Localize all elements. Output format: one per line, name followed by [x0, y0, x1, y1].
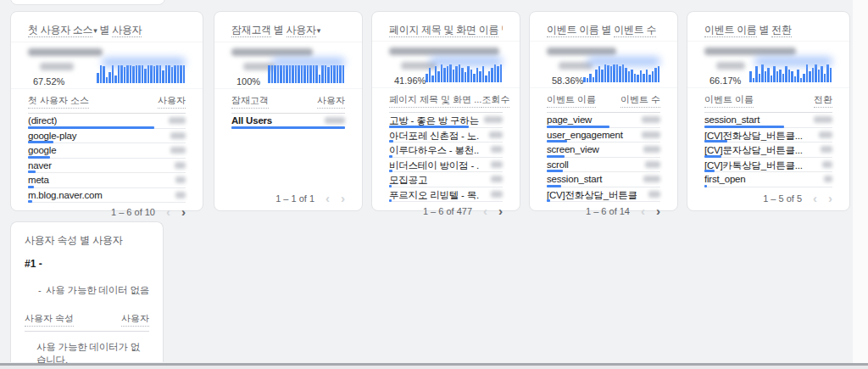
spark-bar	[455, 66, 458, 82]
spark-bar	[112, 65, 114, 83]
spark-bar	[321, 65, 324, 83]
title-metric[interactable]: 이벤트 수	[614, 24, 656, 37]
spark-bar	[435, 66, 437, 82]
spark-bar	[619, 66, 621, 82]
chevron-right-icon[interactable]: ›	[498, 206, 503, 216]
spark-bar	[292, 65, 294, 83]
dropdown-caret-icon[interactable]: ▾	[93, 26, 97, 35]
table-row: session_start	[704, 113, 832, 128]
spark-bar	[652, 71, 654, 82]
table-header: 사용자 속성사용자	[25, 309, 149, 332]
dimension-header[interactable]: 이벤트 이름	[547, 93, 596, 108]
title-dimension[interactable]: 첫 사용자 소스	[28, 24, 92, 37]
spark-bar	[628, 71, 631, 82]
row-label: google-play	[28, 131, 162, 141]
spark-bar	[327, 67, 330, 83]
title-connector: 별	[274, 24, 284, 36]
table-row: [CV]전화상담_버튼클...	[704, 128, 832, 143]
spark-bar	[785, 66, 787, 82]
spark-bar	[138, 65, 141, 83]
row-bar	[547, 199, 550, 202]
title-metric[interactable]: 전환	[771, 24, 791, 37]
dimension-header[interactable]: 이벤트 이름	[704, 93, 754, 108]
metric-header[interactable]: 사용자	[121, 312, 149, 327]
spark-bar	[168, 65, 170, 83]
table-header: 잠재고객사용자	[231, 91, 345, 114]
spark-bar	[613, 64, 615, 82]
metric-header[interactable]: 전환	[814, 93, 832, 108]
table-row: scroll	[547, 158, 660, 173]
table-row: 이루다하우스 - 봉천...	[389, 143, 503, 158]
chevron-left-icon[interactable]: ‹	[641, 206, 645, 216]
spark-bar	[159, 65, 162, 83]
spark-bar	[494, 64, 497, 82]
summary-section: 66.17%	[687, 41, 849, 88]
value-blur	[821, 146, 832, 153]
title-metric[interactable]: 사용자	[287, 24, 316, 37]
metric-header[interactable]: 사용자	[158, 94, 186, 109]
metric-header[interactable]: 조회수	[481, 93, 509, 108]
spark-bar	[103, 66, 105, 83]
metric-header[interactable]: 사용자	[317, 94, 345, 109]
title-metric[interactable]: 사용자	[112, 24, 142, 37]
table-row: meta	[28, 173, 186, 188]
title-dimension[interactable]: 페이지 제목 및 화면 이름	[389, 24, 498, 37]
spark-bar	[307, 65, 309, 83]
spark-bar	[280, 65, 282, 83]
title-dimension[interactable]: 잠재고객	[231, 24, 271, 37]
spark-bar	[782, 74, 785, 83]
number-blur	[716, 62, 745, 70]
spark-bar	[165, 65, 168, 83]
title-dimension[interactable]: 이벤트 이름	[547, 24, 599, 37]
spark-bar	[130, 65, 132, 83]
row-label: user_engagement	[547, 130, 637, 140]
spark-bar	[589, 74, 592, 83]
dimension-header[interactable]: 잠재고객	[231, 94, 269, 109]
sparkline	[749, 64, 832, 82]
dropdown-caret-icon[interactable]: ▾	[317, 26, 320, 35]
card-title: 페이지 제목 및 화면 이름별조회수	[389, 22, 503, 37]
table-rows: session_start[CV]전화상담_버튼클...[CV]문자상담_버튼클…	[704, 113, 832, 187]
chevron-left-icon[interactable]: ‹	[326, 193, 330, 204]
dimension-header[interactable]: 사용자 속성	[25, 312, 74, 327]
spark-bar	[826, 64, 829, 82]
spark-bar	[325, 65, 327, 83]
dimension-blur	[231, 48, 313, 56]
spark-bar	[482, 66, 485, 82]
chevron-left-icon[interactable]: ‹	[813, 193, 817, 204]
value-blur	[175, 192, 186, 198]
sparkline	[583, 64, 660, 82]
chevron-right-icon[interactable]: ›	[181, 207, 186, 217]
spark-bar	[277, 65, 280, 83]
chevron-left-icon[interactable]: ‹	[166, 207, 170, 217]
pagination-range: 1 – 6 of 10	[111, 207, 155, 217]
spark-bar	[593, 77, 595, 82]
dimension-header[interactable]: 첫 사용자 소스	[28, 94, 89, 109]
chevron-right-icon[interactable]: ›	[828, 193, 832, 204]
spark-bar	[465, 72, 467, 82]
table-row: naver	[28, 159, 186, 174]
chevron-left-icon[interactable]: ‹	[483, 206, 487, 216]
row-separator	[28, 200, 186, 203]
spark-bar	[144, 69, 147, 83]
value-blur	[814, 116, 832, 123]
chevron-right-icon[interactable]: ›	[656, 206, 660, 216]
title-dimension[interactable]: 이벤트 이름	[704, 24, 757, 37]
row-label: screen_view	[547, 144, 637, 154]
spark-bar	[132, 66, 135, 83]
title-connector: 별	[760, 24, 770, 36]
dimension-header[interactable]: 페이지 제목 및 화면 ...	[389, 93, 481, 108]
table-row: All Users	[231, 114, 345, 129]
spark-bar	[301, 65, 303, 83]
table-header: 페이지 제목 및 화면 ...조회수	[389, 90, 503, 113]
spark-bar	[106, 77, 108, 83]
spark-bar	[298, 65, 300, 83]
pagination: 1 – 6 of 477‹›	[389, 202, 503, 216]
chevron-right-icon[interactable]: ›	[341, 193, 345, 204]
spark-bar	[426, 74, 428, 83]
summary-section: 41.96%	[372, 41, 520, 88]
row-label: m.blog.naver.com	[28, 190, 162, 200]
spark-bar	[461, 68, 464, 82]
spark-bar	[177, 65, 180, 83]
metric-header[interactable]: 이벤트 수	[620, 93, 660, 108]
